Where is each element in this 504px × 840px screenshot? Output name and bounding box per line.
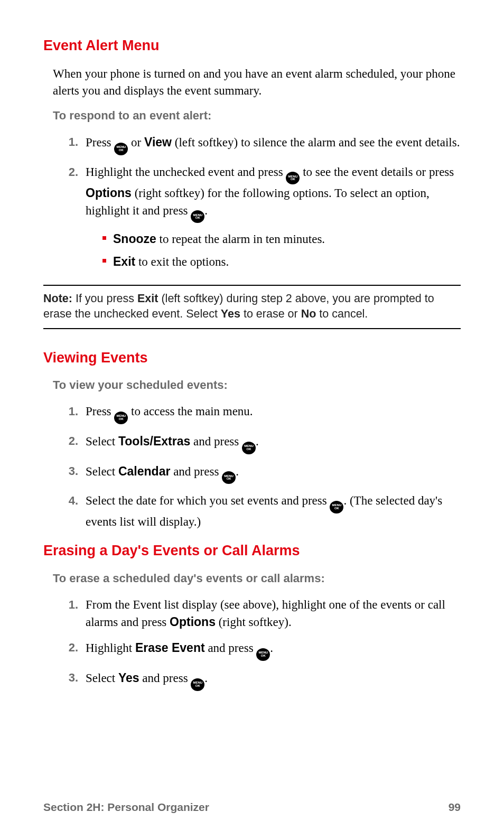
bold-label: Snooze xyxy=(113,232,156,246)
menu-ok-icon: MENUOK xyxy=(114,143,128,155)
heading-event-alert: Event Alert Menu xyxy=(43,36,461,56)
list-item: 3. Select Calendar and press MENUOK. xyxy=(66,463,461,484)
menu-ok-icon: MENUOK xyxy=(330,501,343,514)
text: to access the main menu. xyxy=(128,405,253,418)
step-text: From the Event list display (see above),… xyxy=(86,596,461,631)
bold-label: View xyxy=(144,135,172,149)
list-item: 3. Select Yes and press MENUOK. xyxy=(66,669,461,691)
text: (right softkey). xyxy=(216,615,292,629)
steps-list: 1. Press MENUOK or View (left softkey) t… xyxy=(66,134,461,276)
list-item: 1. Press MENUOK or View (left softkey) t… xyxy=(66,134,461,155)
text: and press xyxy=(205,641,257,655)
text: Press xyxy=(86,136,114,149)
section-erasing-events: Erasing a Day's Events or Call Alarms To… xyxy=(43,541,461,690)
text: (left softkey) to silence the alarm and … xyxy=(172,136,460,149)
step-text: Select Yes and press MENUOK. xyxy=(86,669,461,691)
text: to exit the options. xyxy=(135,255,229,268)
step-number: 2. xyxy=(66,433,86,450)
heading-viewing-events: Viewing Events xyxy=(43,348,461,368)
text: to cancel. xyxy=(316,307,368,320)
note-box: Note: If you press Exit (left softkey) d… xyxy=(43,285,461,329)
menu-ok-icon: MENUOK xyxy=(286,172,300,184)
bullet-text: Exit to exit the options. xyxy=(113,253,229,270)
menu-ok-icon: MENUOK xyxy=(114,412,128,424)
text: If you press xyxy=(76,292,137,305)
text: to erase or xyxy=(240,307,301,320)
text: or xyxy=(128,136,144,149)
step-text: Press MENUOK to access the main menu. xyxy=(86,403,461,424)
bold-label: Yes xyxy=(221,307,240,320)
text: Select xyxy=(86,435,118,448)
step-number: 2. xyxy=(66,164,86,181)
text: . xyxy=(256,435,259,448)
menu-ok-icon: MENUOK xyxy=(256,648,270,661)
page-footer: Section 2H: Personal Organizer 99 xyxy=(43,799,461,815)
text: . xyxy=(204,671,208,685)
menu-ok-icon: MENUOK xyxy=(222,471,236,484)
text: Select xyxy=(86,671,118,685)
bold-label: Tools/Extras xyxy=(118,434,190,448)
section-viewing-events: Viewing Events To view your scheduled ev… xyxy=(43,348,461,531)
text: Select the date for which you set events… xyxy=(86,494,330,507)
step-number: 3. xyxy=(66,463,86,480)
list-item: 2. Highlight the unchecked event and pre… xyxy=(66,164,461,276)
step-number: 1. xyxy=(66,403,86,420)
step-number: 2. xyxy=(66,639,86,656)
footer-section-label: Section 2H: Personal Organizer xyxy=(43,799,209,815)
text: to repeat the alarm in ten minutes. xyxy=(156,232,325,246)
text: to see the event details or press xyxy=(300,165,454,179)
list-item: 4. Select the date for which you set eve… xyxy=(66,492,461,530)
text: . xyxy=(236,465,239,478)
step-text: Select Tools/Extras and press MENUOK. xyxy=(86,433,461,454)
step-text: Press MENUOK or View (left softkey) to s… xyxy=(86,134,461,155)
step-number: 3. xyxy=(66,669,86,686)
step-number: 1. xyxy=(66,596,86,613)
heading-erasing: Erasing a Day's Events or Call Alarms xyxy=(43,541,461,561)
list-item: 2. Select Tools/Extras and press MENUOK. xyxy=(66,433,461,454)
bullet-text: Snooze to repeat the alarm in ten minute… xyxy=(113,230,325,248)
menu-ok-icon: MENUOK xyxy=(191,678,204,691)
sub-heading: To erase a scheduled day's events or cal… xyxy=(53,571,461,587)
step-number: 1. xyxy=(66,134,86,151)
bold-label: No xyxy=(301,307,316,320)
bold-label: Yes xyxy=(118,671,139,685)
list-item: 1. Press MENUOK to access the main menu. xyxy=(66,403,461,424)
bold-label: Options xyxy=(170,615,216,629)
text: and press xyxy=(190,435,242,448)
bullet-square-icon xyxy=(102,236,106,240)
step-text: Highlight the unchecked event and press … xyxy=(86,164,461,276)
step-number: 4. xyxy=(66,492,86,509)
section-event-alert-menu: Event Alert Menu When your phone is turn… xyxy=(43,36,461,276)
menu-ok-icon: MENUOK xyxy=(191,210,204,223)
text: and press xyxy=(170,465,222,478)
list-item: 1. From the Event list display (see abov… xyxy=(66,596,461,631)
list-item: 2. Highlight Erase Event and press MENUO… xyxy=(66,639,461,661)
bullets-list: Snooze to repeat the alarm in ten minute… xyxy=(102,230,461,270)
bold-label: Exit xyxy=(113,255,135,268)
menu-ok-icon: MENUOK xyxy=(242,442,256,454)
bold-label: Exit xyxy=(137,292,158,305)
sub-heading: To respond to an event alert: xyxy=(53,108,461,124)
sub-heading: To view your scheduled events: xyxy=(53,377,461,394)
text: Highlight the unchecked event and press xyxy=(86,165,286,179)
steps-list: 1. Press MENUOK to access the main menu.… xyxy=(66,403,461,530)
steps-list: 1. From the Event list display (see abov… xyxy=(66,596,461,691)
page-number: 99 xyxy=(449,799,461,815)
bold-label: Options xyxy=(86,186,132,200)
text: Press xyxy=(86,405,114,418)
text: and press xyxy=(139,671,191,685)
text: Select xyxy=(86,465,118,478)
note-label: Note: xyxy=(43,292,76,305)
text: (right softkey) for the following option… xyxy=(86,186,430,217)
list-item: Exit to exit the options. xyxy=(102,253,461,270)
bold-label: Calendar xyxy=(118,464,170,478)
step-text: Highlight Erase Event and press MENUOK. xyxy=(86,639,461,661)
step-text: Select the date for which you set events… xyxy=(86,492,461,530)
step-text: Select Calendar and press MENUOK. xyxy=(86,463,461,484)
text: Highlight xyxy=(86,641,135,655)
text: . xyxy=(204,204,208,217)
bold-label: Erase Event xyxy=(135,641,205,655)
bullet-square-icon xyxy=(102,259,106,263)
list-item: Snooze to repeat the alarm in ten minute… xyxy=(102,230,461,248)
text: . xyxy=(270,641,273,655)
